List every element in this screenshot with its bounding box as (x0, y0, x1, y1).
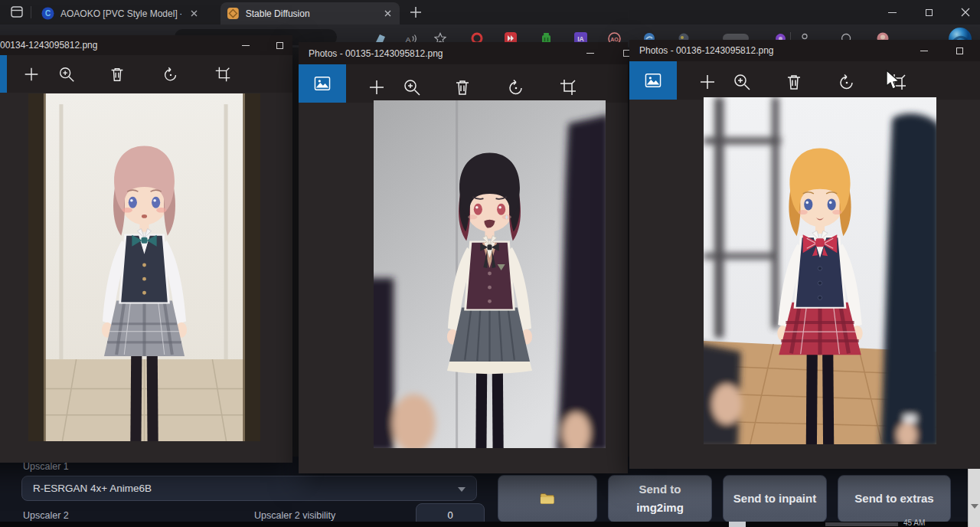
folder-icon (540, 493, 555, 505)
gallery-icon (314, 76, 331, 91)
rotate-button[interactable] (158, 62, 183, 87)
browser-minimize-button[interactable] (879, 2, 905, 22)
open-folder-button[interactable] (498, 475, 597, 522)
tab-civitai[interactable]: C AOAOKO [PVC Style Model] - PV (35, 2, 217, 25)
svg-text:C: C (45, 9, 51, 18)
taskbar-strip[interactable] (0, 522, 968, 527)
add-button[interactable] (364, 75, 389, 100)
photos-window-00135: Photos - 00135-1243095812.png (299, 42, 628, 473)
send-to-inpaint-button[interactable]: Send to inpaint (723, 475, 827, 522)
svg-text:IA: IA (577, 35, 584, 43)
rotate-button[interactable] (504, 75, 528, 100)
window-title: Photos - 00136-1243095812.png (639, 45, 773, 56)
browser-close-button[interactable] (952, 2, 978, 22)
page-scrollbar[interactable] (968, 469, 980, 527)
svg-text:AO: AO (610, 36, 619, 41)
upscaler1-label: Upscaler 1 (23, 461, 69, 472)
photos-window-00134: 00134-1243095812.png (0, 35, 292, 463)
upscaler2-label: Upscaler 2 (23, 510, 69, 521)
maximize-button[interactable] (273, 40, 286, 51)
scroll-down-icon[interactable] (971, 504, 978, 509)
minimize-button[interactable] (917, 45, 930, 57)
crop-button[interactable] (211, 62, 235, 87)
tab-divider (31, 6, 31, 18)
delete-button[interactable] (105, 62, 129, 87)
upscaler2-visibility-label: Upscaler 2 visibility (254, 510, 335, 521)
see-all-photos-button[interactable] (629, 61, 677, 100)
browser-tab-bar: C AOAOKO [PVC Style Model] - PV Stable D… (0, 0, 980, 25)
send-to-extras-button[interactable]: Send to extras (838, 475, 951, 522)
dropdown-caret-icon (458, 487, 466, 492)
rotate-button[interactable] (835, 70, 859, 94)
photos-window-00136: Photos - 00136-1243095812.png (629, 40, 980, 469)
zoom-in-button[interactable] (730, 70, 754, 94)
tab-title: AOAOKO [PVC Style Model] - PV (60, 8, 181, 19)
tab-close-icon[interactable] (188, 8, 200, 20)
new-tab-button[interactable] (409, 5, 423, 22)
photo-image-00134 (28, 93, 260, 441)
zoom-in-button[interactable] (400, 75, 424, 100)
upscaler1-dropdown[interactable]: R-ESRGAN 4x+ Anime6B (21, 476, 477, 501)
civitai-icon: C (41, 7, 54, 20)
desktop: C AOAOKO [PVC Style Model] - PV Stable D… (0, 0, 980, 527)
window-title: Photos - 00135-1243095812.png (309, 48, 443, 59)
see-all-photos-button[interactable] (299, 64, 346, 103)
tab-stable-diffusion[interactable]: Stable Diffusion (220, 2, 400, 25)
zoom-in-button[interactable] (54, 62, 79, 87)
window-title: 00134-1243095812.png (0, 40, 97, 51)
stable-diffusion-icon (227, 7, 240, 20)
photo-image-00136 (704, 97, 936, 444)
add-button[interactable] (19, 62, 44, 87)
minimize-button[interactable] (239, 40, 252, 51)
add-button[interactable] (695, 70, 720, 94)
window-titlebar[interactable]: Photos - 00136-1243095812.png (629, 40, 980, 61)
taskbar-clock[interactable]: 45 AM (903, 519, 957, 527)
tab-close-icon[interactable] (381, 8, 394, 20)
mouse-cursor (884, 69, 900, 90)
delete-button[interactable] (782, 70, 806, 94)
minimize-button[interactable] (583, 47, 596, 59)
see-all-photos-button[interactable] (0, 55, 7, 93)
browser-restore-button[interactable] (916, 2, 942, 22)
tab-overview-icon[interactable] (10, 5, 24, 22)
window-titlebar[interactable]: Photos - 00135-1243095812.png (299, 42, 628, 64)
send-to-img2img-button[interactable]: Send to img2img (608, 475, 712, 522)
gallery-icon (645, 73, 662, 88)
photo-image-00135 (374, 100, 606, 448)
upscaler1-value: R-ESRGAN 4x+ Anime6B (33, 483, 152, 494)
delete-button[interactable] (450, 75, 475, 100)
crop-button[interactable] (556, 75, 580, 100)
tab-title: Stable Diffusion (246, 8, 367, 19)
maximize-button[interactable] (953, 45, 966, 57)
window-titlebar[interactable]: 00134-1243095812.png (0, 35, 292, 55)
taskbar-item[interactable] (729, 522, 746, 527)
taskbar-tray[interactable] (825, 522, 898, 526)
